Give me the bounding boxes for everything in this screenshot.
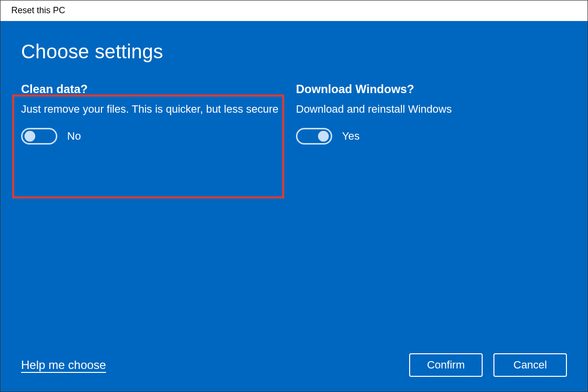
dialog-content: Choose settings Clean data? Just remove … xyxy=(0,21,588,392)
page-title: Choose settings xyxy=(21,41,567,63)
reset-pc-window: Reset this PC Choose settings Clean data… xyxy=(0,0,588,392)
download-windows-option: Download Windows? Download and reinstall… xyxy=(296,82,567,353)
window-title: Reset this PC xyxy=(11,5,65,16)
toggle-knob-icon xyxy=(24,131,35,142)
cancel-button[interactable]: Cancel xyxy=(493,353,567,377)
footer-buttons: Confirm Cancel xyxy=(409,353,567,377)
clean-data-option: Clean data? Just remove your files. This… xyxy=(21,82,296,353)
options-row: Clean data? Just remove your files. This… xyxy=(21,82,567,353)
clean-data-toggle-label: No xyxy=(67,130,81,143)
titlebar: Reset this PC xyxy=(0,0,588,21)
clean-data-description: Just remove your files. This is quicker,… xyxy=(21,102,292,117)
download-windows-toggle[interactable] xyxy=(296,128,332,145)
toggle-knob-icon xyxy=(318,131,329,142)
clean-data-toggle[interactable] xyxy=(21,128,57,145)
download-windows-toggle-row: Yes xyxy=(296,128,567,145)
dialog-footer: Help me choose Confirm Cancel xyxy=(21,353,567,377)
download-windows-heading: Download Windows? xyxy=(296,82,567,96)
clean-data-heading: Clean data? xyxy=(21,82,292,96)
help-me-choose-link[interactable]: Help me choose xyxy=(21,358,106,372)
clean-data-toggle-row: No xyxy=(21,128,292,145)
download-windows-toggle-label: Yes xyxy=(342,130,360,143)
confirm-button[interactable]: Confirm xyxy=(409,353,483,377)
download-windows-description: Download and reinstall Windows xyxy=(296,102,567,117)
